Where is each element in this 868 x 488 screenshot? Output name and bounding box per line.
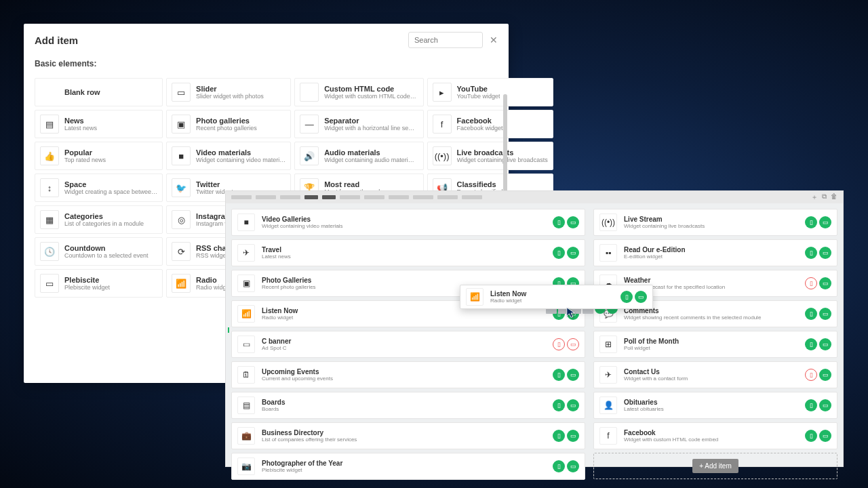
tile-icon — [40, 83, 59, 102]
device-badges[interactable]: ▯▭ — [805, 308, 831, 320]
widget-icon: ▤ — [237, 396, 255, 414]
layout-builder: ＋ ⧉ 🗑 ■Video GalleriesWidget containing … — [225, 190, 844, 467]
widget-icon: f — [599, 427, 617, 445]
device-badges[interactable]: ▯▭ — [805, 216, 831, 228]
widget-item[interactable]: 💼Business DirectoryList of companies off… — [231, 422, 585, 449]
builder-toolbar: ＋ ⧉ 🗑 — [226, 191, 843, 203]
widget-icon: ((•)) — [599, 214, 617, 231]
element-tile[interactable]: 🕓CountdownCountdown to a selected event — [35, 237, 163, 266]
add-item-zone[interactable]: + Add item — [593, 453, 837, 479]
tile-icon: 🕓 — [40, 242, 59, 261]
tile-icon: f — [433, 115, 452, 134]
device-badges[interactable]: ▯▭ — [553, 430, 579, 442]
widget-icon: ▣ — [237, 274, 255, 292]
device-badges[interactable]: ▯▭ — [553, 399, 579, 411]
element-tile[interactable]: ▭SliderSlider widget with photos — [166, 78, 291, 106]
radio-icon: 📶 — [466, 288, 484, 306]
tile-icon: 🐦 — [172, 178, 191, 197]
element-tile[interactable]: ((•))Live broadcastsWidget containing li… — [427, 142, 553, 170]
widget-icon: ▭ — [237, 336, 255, 353]
cursor-icon — [566, 306, 578, 319]
element-tile[interactable]: ▸YouTubeYouTube widget — [427, 78, 553, 106]
element-tile[interactable]: ▤NewsLatest news — [35, 110, 163, 138]
widget-icon: 📷 — [237, 458, 255, 475]
tile-icon: 👍 — [40, 146, 59, 165]
tile-icon: ■ — [172, 146, 191, 165]
device-badges[interactable]: ▯▭ — [553, 338, 579, 350]
device-badges[interactable]: ▯▭ — [805, 277, 831, 289]
element-tile[interactable]: 👍PopularTop rated news — [35, 142, 163, 170]
tile-icon: — — [300, 115, 319, 134]
tile-icon: ⟳ — [172, 242, 191, 261]
widget-icon: ▪▪ — [599, 244, 617, 262]
add-icon[interactable]: ＋ — [811, 192, 818, 202]
device-badges[interactable]: ▯▭ — [805, 369, 831, 381]
widget-icon: ■ — [237, 214, 255, 231]
add-item-button[interactable]: + Add item — [692, 459, 738, 473]
element-tile[interactable]: —SeparatorWidget with a horizontal line … — [294, 110, 423, 138]
device-badges[interactable]: ▯▭ — [553, 247, 579, 259]
widget-item[interactable]: 📷Photographer of the YearPlebiscite widg… — [231, 453, 585, 480]
drop-indicator — [228, 327, 229, 333]
device-badges[interactable]: ▯▭ — [553, 460, 579, 472]
section-label: Basic elements: — [24, 56, 509, 71]
builder-column-right: ((•))Live StreamWidget containing live b… — [593, 209, 837, 483]
widget-icon: ✈ — [599, 366, 617, 384]
widget-item[interactable]: 🗓Upcoming EventsCurrent and upcoming eve… — [231, 361, 585, 388]
element-tile[interactable]: 🔊Audio materialsWidget containing audio … — [294, 142, 423, 170]
modal-title: Add item — [35, 35, 78, 46]
tile-icon — [300, 83, 319, 102]
element-tile[interactable]: ▭PlebiscitePlebiscite widget — [35, 269, 163, 298]
tile-icon: ▦ — [40, 210, 59, 229]
widget-item[interactable]: ((•))Live StreamWidget containing live b… — [593, 209, 837, 236]
device-badges[interactable]: ▯▭ — [805, 338, 831, 350]
element-tile[interactable]: ■Video materialsWidget containing video … — [166, 142, 291, 170]
element-tile[interactable]: ▦CategoriesList of categories in a modul… — [35, 205, 163, 234]
widget-item[interactable]: ■Video GalleriesWidget containing video … — [231, 209, 585, 236]
element-tile[interactable]: Blank row — [35, 78, 163, 106]
widget-icon: 🗓 — [237, 366, 255, 384]
widget-item[interactable]: ▤BoardsBoards▯▭ — [231, 392, 585, 419]
copy-icon[interactable]: ⧉ — [822, 192, 827, 202]
widget-item[interactable]: ✈Contact UsWidget with a contact form▯▭ — [593, 361, 837, 388]
widget-icon: ✈ — [237, 244, 255, 262]
widget-item[interactable]: ⊞Poll of the MonthPoll widget▯▭ — [593, 331, 837, 358]
tile-icon: ▭ — [172, 83, 191, 102]
element-tile[interactable]: Custom HTML codeWidget with custom HTML … — [294, 78, 423, 106]
widget-item[interactable]: ✈TravelLatest news▯▭ — [231, 239, 585, 266]
drag-ghost: 📶 Listen Now Radio widget ▯▭ — [460, 285, 653, 309]
widget-item[interactable]: ▭C bannerAd Spot C▯▭ — [231, 331, 585, 358]
tile-icon: ↕ — [40, 178, 59, 197]
tile-icon: 🔊 — [300, 146, 319, 165]
device-badges[interactable]: ▯▭ — [553, 216, 579, 228]
element-tile[interactable]: ↕SpaceWidget creating a space betwee… — [35, 174, 163, 202]
device-badges[interactable]: ▯▭ — [805, 399, 831, 411]
widget-item[interactable]: 👤ObituariesLatest obituaries▯▭ — [593, 392, 837, 419]
device-badges[interactable]: ▯▭ — [553, 369, 579, 381]
widget-icon: ⊞ — [599, 336, 617, 353]
element-tile[interactable]: ▣Photo galleriesRecent photo galleries — [166, 110, 291, 138]
widget-item[interactable]: ▪▪Read Our e-EditionE-edition widget▯▭ — [593, 239, 837, 266]
element-tile[interactable]: fFacebookFacebook widget — [427, 110, 553, 138]
search-input[interactable] — [408, 32, 483, 48]
widget-icon: 👤 — [599, 396, 617, 414]
tile-icon: ▭ — [40, 274, 59, 293]
tile-icon: ◎ — [172, 210, 191, 229]
builder-column-left: ■Video GalleriesWidget containing video … — [231, 209, 585, 483]
tile-icon: ▤ — [40, 115, 59, 134]
widget-icon: 📶 — [237, 305, 255, 323]
tile-icon: ▸ — [433, 83, 452, 102]
widget-icon: 💼 — [237, 427, 255, 445]
tile-icon: ((•)) — [433, 146, 452, 165]
widget-item[interactable]: fFacebookWidget with custom HTML code em… — [593, 422, 837, 449]
device-badges[interactable]: ▯▭ — [805, 430, 831, 442]
trash-icon[interactable]: 🗑 — [831, 192, 837, 202]
tile-icon: 📶 — [172, 274, 191, 293]
modal-header: Add item ✕ — [24, 24, 509, 56]
device-badges[interactable]: ▯▭ — [805, 247, 831, 259]
tile-icon: ▣ — [172, 115, 191, 134]
close-icon[interactable]: ✕ — [490, 35, 498, 45]
